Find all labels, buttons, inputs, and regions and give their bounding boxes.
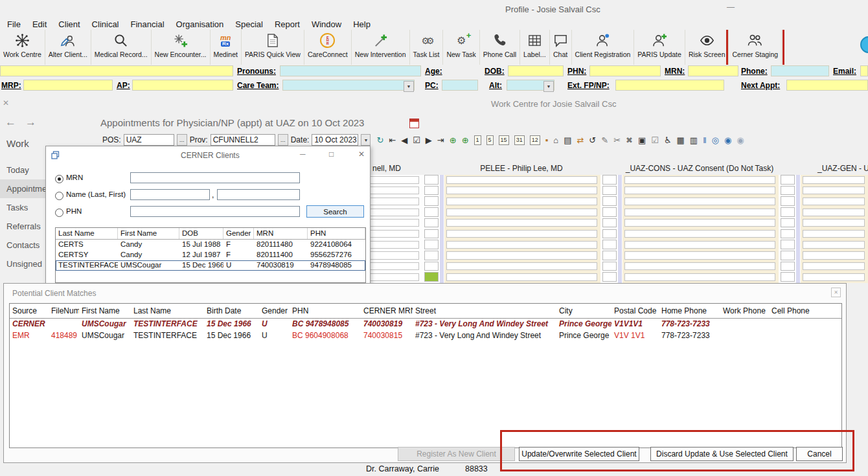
menu-file[interactable]: File [1,18,27,31]
transfer-icon[interactable]: ⇄ [577,135,584,145]
appointment-slot[interactable] [446,209,597,216]
time-slot[interactable] [424,218,439,228]
mrn-input[interactable] [130,172,300,183]
appointment-slot[interactable] [803,176,865,184]
cut-appointment-icon[interactable]: ✂ [613,135,621,145]
next-day-icon[interactable]: ▶ [426,135,432,145]
close-icon[interactable]: ✕ [831,288,841,297]
alt-dropdown[interactable]: ▼ [507,80,554,91]
window-minimize-icon[interactable]: — [727,3,735,12]
radio-mrn[interactable] [55,175,63,183]
link-client-icon[interactable]: ◎ [712,135,719,145]
time-slot[interactable] [781,262,795,271]
time-slot[interactable] [602,218,617,228]
select-date-icon[interactable]: ☑ [413,135,420,145]
appointment-slot[interactable] [624,187,775,194]
day-view-31-icon[interactable]: 31 [514,135,525,145]
pronouns-field[interactable] [280,65,421,76]
cerner-client-row[interactable]: TESTINTERFACEUMSCougar15 Dec 1966U740030… [56,260,365,271]
appointment-slot[interactable] [624,251,775,259]
toolbar-client-registration[interactable]: Client Registration [572,30,635,65]
appointment-slot[interactable] [803,198,865,205]
toolbar-paris-update[interactable]: PARIS Update [634,30,685,65]
zoom-in-icon[interactable]: ⊕ [450,135,457,145]
toolbar-alter-client[interactable]: Alter Client... [45,30,91,65]
appointment-slot[interactable] [446,198,597,205]
edit-appointment-icon[interactable]: ✎ [601,135,608,145]
toolbar-new-intervention[interactable]: New Intervention [352,30,410,65]
menu-window[interactable]: Window [306,18,347,31]
menu-organisation[interactable]: Organisation [170,18,230,31]
site-view-icon[interactable]: ▤ [564,135,571,145]
chevron-down-icon[interactable]: ▼ [361,134,371,146]
toolbar-phone-call[interactable]: Phone Call [480,30,520,65]
zoom-out-icon[interactable]: ⊕ [462,135,469,145]
time-slot[interactable] [424,175,439,185]
mrn-field[interactable] [688,65,738,76]
legend-icon[interactable]: ▪ [545,135,549,145]
phn-field[interactable] [589,65,661,76]
time-slot[interactable] [424,251,439,260]
search-button[interactable]: Search [306,205,364,218]
appointment-slot[interactable] [803,187,865,194]
menu-help[interactable]: Help [347,18,376,31]
next-appt-field[interactable] [786,80,868,91]
cerner-client-row[interactable]: CERTSCandy15 Jul 1988F820111480922410806… [56,240,365,250]
pause-updates-icon[interactable]: ‖ [703,135,706,145]
delete-appointment-icon[interactable]: ✖ [626,135,633,145]
calendar-settings-icon[interactable]: ▦ [677,135,685,145]
time-slot[interactable] [602,272,617,282]
time-slot[interactable] [781,207,795,217]
appointment-slot[interactable] [803,230,865,238]
toolbar-label[interactable]: Label... [520,30,549,65]
appointment-slot[interactable] [803,262,865,270]
time-slot[interactable] [602,196,617,206]
match-row-emr[interactable]: EMR418489UMSCougarTESTINTERFACE15 Dec 19… [10,330,841,342]
toolbar-new-task[interactable]: ⚙+New Task [443,30,479,65]
cerner-client-row[interactable]: CERTSYCandy12 Jul 1987F82011140095562572… [56,250,365,260]
toolbar-medinet[interactable]: mnRxMedinet [211,30,242,65]
toolbar-cerner-staging[interactable]: Cerner Staging [729,30,782,65]
refresh-icon[interactable]: ↻ [376,135,383,145]
client-details-icon[interactable]: ◉ [737,135,744,145]
appointment-slot[interactable] [624,273,775,281]
time-slot[interactable] [424,196,439,206]
column-settings-icon[interactable]: ▥ [690,135,698,145]
chevron-down-icon[interactable]: ▼ [404,81,414,92]
home-visit-icon[interactable]: ⌂ [553,135,558,145]
partial-toolbar-icon[interactable] [860,36,868,53]
discard-update-use-selected-client-button[interactable]: Discard Update & Use Selected Client [650,447,794,461]
appointment-slot[interactable] [446,241,597,249]
appointment-slot[interactable] [446,262,597,270]
appointment-slot[interactable] [803,241,865,249]
last-name-input[interactable] [130,189,210,200]
toolbar-new-encounter[interactable]: New Encounter... [152,30,211,65]
care-team-dropdown[interactable]: ▼ [282,80,415,91]
appointment-slot[interactable] [624,241,775,249]
clipboard-icon[interactable]: ▣ [638,135,646,145]
minimize-icon[interactable]: ─ [300,150,306,159]
time-slot[interactable] [781,240,795,249]
menu-edit[interactable]: Edit [27,18,52,31]
phone-field[interactable] [771,65,829,76]
update-overwrite-selected-client-button[interactable]: Update/Overwrite Selected Client [519,447,639,461]
back-arrow-icon[interactable]: ← [5,116,16,129]
toolbar-careconnect[interactable]: EHRCareConnect [304,30,352,65]
time-slot[interactable] [602,175,617,185]
cancel-button[interactable]: Cancel [796,447,843,461]
menu-client[interactable]: Client [52,18,86,31]
pos-ellipsis-button[interactable]: ... [177,134,187,146]
time-slot[interactable] [602,186,617,196]
appointment-slot[interactable] [803,219,865,227]
appointment-slot[interactable] [803,251,865,259]
appointment-slot[interactable] [624,209,775,216]
day-view-5-icon[interactable]: 5 [486,135,494,145]
time-slot[interactable] [781,218,795,228]
time-slot[interactable] [424,262,439,271]
radio-name-last-first[interactable] [55,192,63,200]
time-slot[interactable] [602,207,617,217]
last-day-icon[interactable]: ⇥ [437,135,444,145]
time-slot[interactable] [424,207,439,217]
time-slot[interactable] [781,251,795,260]
mrp-field[interactable] [23,80,113,91]
